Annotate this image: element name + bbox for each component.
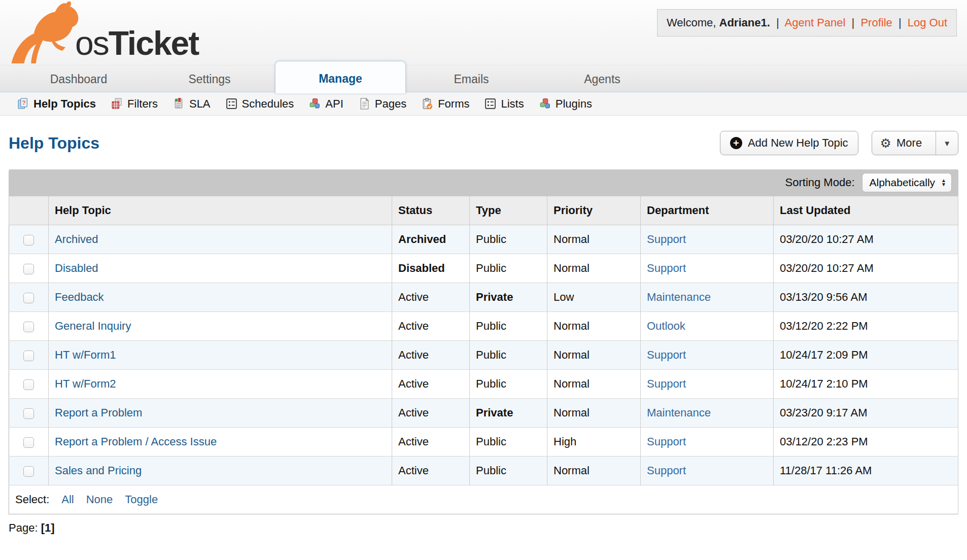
department-cell: Support xyxy=(641,370,774,399)
subnav-item-label: Pages xyxy=(375,97,406,111)
type-cell: Public xyxy=(470,370,547,399)
help-topic-link[interactable]: General Inquiry xyxy=(55,320,131,332)
help-topic-link[interactable]: Report a Problem / Access Issue xyxy=(55,435,217,448)
subnav-item-plugins[interactable]: Plugins xyxy=(539,97,592,111)
help-topic-cell: Report a Problem xyxy=(49,399,392,428)
log-out-link[interactable]: Log Out xyxy=(908,16,947,29)
last-updated-cell: 03/12/20 2:23 PM xyxy=(774,428,958,457)
help-topic-link[interactable]: Report a Problem xyxy=(55,406,142,419)
department-link[interactable]: Outlook xyxy=(647,320,685,332)
tab-manage[interactable]: Manage xyxy=(275,61,406,93)
last-updated-cell: 03/20/20 10:27 AM xyxy=(774,225,958,254)
page-title: Help Topics xyxy=(9,134,99,153)
subnav-item-pages[interactable]: Pages xyxy=(359,97,406,111)
department-link[interactable]: Support xyxy=(647,435,686,448)
priority-cell: Normal xyxy=(547,399,641,428)
table-header-row: Help Topic Status Type Priority Departme… xyxy=(9,196,958,225)
more-dropdown-toggle[interactable]: ▼ xyxy=(936,131,958,155)
help-topic-cell: Archived xyxy=(49,225,392,254)
priority-cell: Normal xyxy=(547,254,641,283)
row-checkbox[interactable] xyxy=(23,235,34,246)
plus-circle-icon: + xyxy=(730,137,742,149)
pages-icon xyxy=(359,98,370,110)
manage-subnav: ?Help TopicsFiltersSLASchedulesAPIPagesF… xyxy=(0,92,967,116)
tab-emails[interactable]: Emails xyxy=(406,65,537,93)
last-updated-cell: 03/13/20 9:56 AM xyxy=(774,283,958,312)
select-none-link[interactable]: None xyxy=(86,493,113,506)
help-topic-link[interactable]: Disabled xyxy=(55,262,98,274)
profile-link[interactable]: Profile xyxy=(860,16,892,29)
subnav-item-sla[interactable]: SLA xyxy=(173,97,211,111)
tab-dashboard[interactable]: Dashboard xyxy=(13,65,144,93)
type-cell: Public xyxy=(470,457,547,485)
checkbox-cell xyxy=(9,457,49,485)
department-cell: Maintenance xyxy=(641,399,774,428)
subnav-item-label: Filters xyxy=(127,97,158,111)
add-new-help-topic-button[interactable]: + Add New Help Topic xyxy=(720,131,858,155)
subnav-item-filters[interactable]: Filters xyxy=(111,97,158,111)
help-topic-link[interactable]: Sales and Pricing xyxy=(55,464,142,477)
department-link[interactable]: Maintenance xyxy=(647,291,711,303)
table-row: HT w/Form1ActivePublicNormalSupport10/24… xyxy=(9,341,958,370)
help-topic-icon: ? xyxy=(17,98,29,110)
lists-icon xyxy=(485,98,496,110)
help-topic-link[interactable]: Archived xyxy=(55,233,98,246)
column-header-department: Department xyxy=(641,196,774,225)
row-checkbox[interactable] xyxy=(23,379,34,390)
help-topic-link[interactable]: HT w/Form1 xyxy=(55,348,116,361)
checkbox-cell xyxy=(9,428,49,457)
select-footer-row: Select:AllNoneToggle xyxy=(9,485,958,514)
tab-settings[interactable]: Settings xyxy=(144,65,275,93)
subnav-item-api[interactable]: API xyxy=(309,97,343,111)
sorting-bar: Sorting Mode: Alphabetically ▲▼ xyxy=(9,169,958,196)
row-checkbox[interactable] xyxy=(23,466,34,477)
row-checkbox[interactable] xyxy=(23,264,34,274)
row-checkbox[interactable] xyxy=(23,437,34,448)
type-cell: Private xyxy=(470,399,547,428)
department-link[interactable]: Support xyxy=(647,233,686,246)
subnav-item-forms[interactable]: Forms xyxy=(422,97,469,111)
row-checkbox[interactable] xyxy=(23,351,34,361)
row-checkbox[interactable] xyxy=(23,408,34,419)
subnav-item-label: Plugins xyxy=(556,97,592,111)
help-topic-link[interactable]: HT w/Form2 xyxy=(55,377,116,390)
department-link[interactable]: Support xyxy=(647,262,686,274)
more-button[interactable]: ⚙ More ▼ xyxy=(872,131,958,155)
sorting-mode-select[interactable]: Alphabetically ▲▼ xyxy=(862,173,952,192)
user-bar: Welcome, Adriane1. | Agent Panel | Profi… xyxy=(657,9,957,37)
checkbox-column-header xyxy=(9,196,49,225)
last-updated-cell: 03/20/20 10:27 AM xyxy=(774,254,958,283)
tab-agents[interactable]: Agents xyxy=(537,65,668,93)
page-number: [1] xyxy=(41,521,55,534)
subnav-item-schedules[interactable]: Schedules xyxy=(226,97,294,111)
pagination: Page: [1] xyxy=(9,521,958,535)
help-topic-link[interactable]: Feedback xyxy=(55,291,104,303)
department-link[interactable]: Maintenance xyxy=(647,406,711,419)
row-checkbox[interactable] xyxy=(23,322,34,332)
department-link[interactable]: Support xyxy=(647,464,686,477)
row-checkbox[interactable] xyxy=(23,293,34,303)
column-header-priority: Priority xyxy=(547,196,641,225)
last-updated-cell: 11/28/17 11:26 AM xyxy=(774,457,958,485)
priority-cell: High xyxy=(547,428,641,457)
help-topic-cell: Sales and Pricing xyxy=(49,457,392,485)
agent-panel-link[interactable]: Agent Panel xyxy=(785,16,846,29)
help-topics-tbody: ArchivedArchivedPublicNormalSupport03/20… xyxy=(9,225,958,485)
select-toggle-link[interactable]: Toggle xyxy=(125,493,158,506)
subnav-item-label: API xyxy=(325,97,343,111)
department-link[interactable]: Support xyxy=(647,377,686,390)
column-header-last-updated: Last Updated xyxy=(774,196,958,225)
gear-icon: ⚙ xyxy=(880,137,891,150)
logo-ticket: Ticket xyxy=(109,24,199,62)
subnav-item-lists[interactable]: Lists xyxy=(485,97,524,111)
type-cell: Public xyxy=(470,341,547,370)
subnav-item-help-topics[interactable]: ?Help Topics xyxy=(17,97,96,111)
status-cell: Active xyxy=(392,428,470,457)
priority-cell: Normal xyxy=(547,312,641,341)
table-row: ArchivedArchivedPublicNormalSupport03/20… xyxy=(9,225,958,254)
table-row: General InquiryActivePublicNormalOutlook… xyxy=(9,312,958,341)
page-head: Help Topics + Add New Help Topic ⚙ More … xyxy=(9,131,958,155)
department-link[interactable]: Support xyxy=(647,348,686,361)
select-all-link[interactable]: All xyxy=(61,493,74,506)
sorting-mode-value: Alphabetically xyxy=(870,177,936,189)
